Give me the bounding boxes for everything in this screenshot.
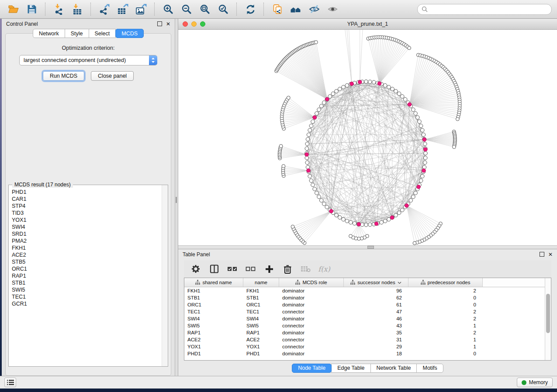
mcds-result-item[interactable]: PMA2	[12, 237, 162, 244]
close-panel-icon[interactable]: ✕	[548, 252, 553, 257]
function-builder-button[interactable]: f(x)	[315, 261, 333, 276]
zoom-fit-button[interactable]	[197, 2, 213, 17]
scrollbar-thumb[interactable]	[546, 294, 550, 333]
column-header-name[interactable]: name	[243, 278, 279, 287]
mcds-result-item[interactable]: CAR1	[12, 196, 162, 203]
close-panel-button[interactable]: Close panel	[91, 71, 134, 81]
memory-label: Memory	[529, 379, 548, 385]
delete-column-button[interactable]	[278, 261, 297, 276]
import-table-button[interactable]	[69, 2, 86, 17]
select-all-button[interactable]	[223, 261, 242, 276]
show-all-button[interactable]	[324, 2, 341, 17]
mcds-result-item[interactable]: STB5	[12, 258, 162, 265]
search-field[interactable]	[417, 4, 552, 15]
mcds-result-item[interactable]: GCR1	[12, 300, 162, 307]
table-row[interactable]: TEC1TEC1connector472	[184, 308, 545, 315]
tab-style[interactable]: Style	[65, 29, 89, 38]
delete-table-button[interactable]	[297, 261, 315, 276]
column-header-label: name	[255, 280, 267, 285]
hide-selected-button[interactable]	[306, 2, 322, 17]
control-panel: Control Panel ✕ NetworkStyleSelectMCDS O…	[2, 19, 175, 376]
zoom-in-button[interactable]	[160, 2, 176, 17]
deselect-all-button[interactable]	[242, 261, 260, 276]
show-columns-button[interactable]	[205, 261, 223, 276]
float-panel-icon[interactable]	[540, 252, 544, 257]
mcds-result-item[interactable]: TEC1	[12, 293, 162, 300]
mcds-result-item[interactable]: STP4	[12, 203, 162, 210]
open-session-button[interactable]	[5, 2, 22, 17]
criterion-dropdown[interactable]: largest connected component (undirected)	[19, 55, 157, 65]
copy-network-button[interactable]	[269, 2, 286, 17]
close-window-icon[interactable]	[183, 21, 188, 27]
column-header-MCDS-role[interactable]: MCDS role	[279, 278, 344, 287]
table-cell: 2	[408, 288, 483, 293]
column-header-successor-nodes[interactable]: successor nodes	[344, 278, 408, 287]
mcds-result-item[interactable]: SWI4	[12, 224, 162, 230]
column-header-predecessor-nodes[interactable]: predecessor nodes	[408, 278, 483, 287]
save-session-button[interactable]	[24, 2, 40, 17]
float-panel-icon[interactable]	[157, 21, 162, 26]
table-header-row: shared namenameMCDS rolesuccessor nodesp…	[184, 278, 545, 287]
mcds-result-item[interactable]: STB1	[12, 279, 162, 286]
mcds-result-item[interactable]: TID3	[12, 210, 162, 217]
tab-network[interactable]: Network	[33, 29, 65, 38]
apply-layout-button[interactable]	[242, 2, 259, 17]
splitter-grip[interactable]	[176, 197, 177, 203]
mcds-list-scrollbar[interactable]	[162, 185, 168, 366]
add-column-button[interactable]	[260, 261, 278, 276]
table-row[interactable]: SWI4SWI4dominator462	[184, 315, 545, 322]
refresh-icon	[245, 4, 256, 15]
table-row[interactable]: RAP1RAP1dominator352	[184, 329, 545, 336]
table-cell: ACE2	[243, 337, 279, 342]
export-network-button[interactable]	[96, 2, 113, 17]
mcds-result-item[interactable]: ACE2	[12, 251, 162, 258]
maximize-window-icon[interactable]	[200, 21, 205, 27]
table-row[interactable]: STB1STB1dominator620	[184, 294, 545, 301]
table-row[interactable]: ACE2ACE2connector311	[184, 336, 545, 343]
close-panel-icon[interactable]: ✕	[166, 22, 170, 26]
export-image-button[interactable]	[133, 2, 149, 17]
mcds-result-item[interactable]: SRD1	[12, 230, 162, 237]
column-header-shared-name[interactable]: shared name	[184, 278, 243, 287]
horizontal-splitter[interactable]	[178, 245, 557, 249]
table-settings-button[interactable]	[187, 261, 205, 276]
mcds-result-item[interactable]: SWI5	[12, 286, 162, 293]
tab-edge-table[interactable]: Edge Table	[331, 364, 370, 373]
tab-motifs[interactable]: Motifs	[416, 364, 443, 373]
tab-mcds[interactable]: MCDS	[115, 29, 144, 38]
import-network-button[interactable]	[51, 2, 67, 17]
table-cell: 1	[408, 344, 483, 349]
table-row[interactable]: FKH1FKH1dominator962	[184, 287, 545, 294]
network-window-titlebar: YPA_prune.txt_1	[178, 19, 557, 30]
tab-select[interactable]: Select	[89, 29, 116, 38]
splitter-grip[interactable]	[367, 246, 374, 249]
network-graph[interactable]	[178, 30, 557, 245]
zoom-selected-button[interactable]	[215, 2, 232, 17]
table-row[interactable]: PHD1PHD1dominator180	[184, 350, 545, 357]
run-mcds-button[interactable]: Run MCDS	[43, 71, 84, 81]
mcds-result-item[interactable]: ORC1	[12, 265, 162, 272]
export-table-button[interactable]	[114, 2, 131, 17]
table-row[interactable]: YOX1YOX1connector291	[184, 343, 545, 350]
vertical-splitter[interactable]	[175, 19, 178, 376]
mcds-result-item[interactable]: FKH1	[12, 244, 162, 251]
table-scrollbar[interactable]	[545, 278, 551, 360]
task-history-button[interactable]	[4, 378, 16, 387]
mcds-result-item[interactable]: PHD1	[12, 189, 162, 196]
tab-network-table[interactable]: Network Table	[370, 364, 417, 373]
network-canvas[interactable]	[178, 30, 557, 245]
tab-node-table[interactable]: Node Table	[292, 364, 332, 373]
first-neighbors-button[interactable]	[287, 2, 304, 17]
criterion-value: largest connected component (undirected)	[20, 57, 149, 63]
zoom-out-button[interactable]	[178, 2, 195, 17]
mcds-result-item[interactable]: YOX1	[12, 217, 162, 224]
memory-button[interactable]: Memory	[517, 378, 553, 387]
search-input[interactable]	[430, 6, 547, 13]
table-cell: PHD1	[184, 351, 243, 356]
table-cell: FKH1	[184, 288, 243, 293]
column-header-label: predecessor nodes	[428, 280, 471, 285]
table-row[interactable]: SWI5SWI5connector431	[184, 322, 545, 329]
table-row[interactable]: ORC1ORC1dominator610	[184, 301, 545, 308]
minimize-window-icon[interactable]	[191, 21, 197, 27]
mcds-result-item[interactable]: RAP1	[12, 272, 162, 279]
